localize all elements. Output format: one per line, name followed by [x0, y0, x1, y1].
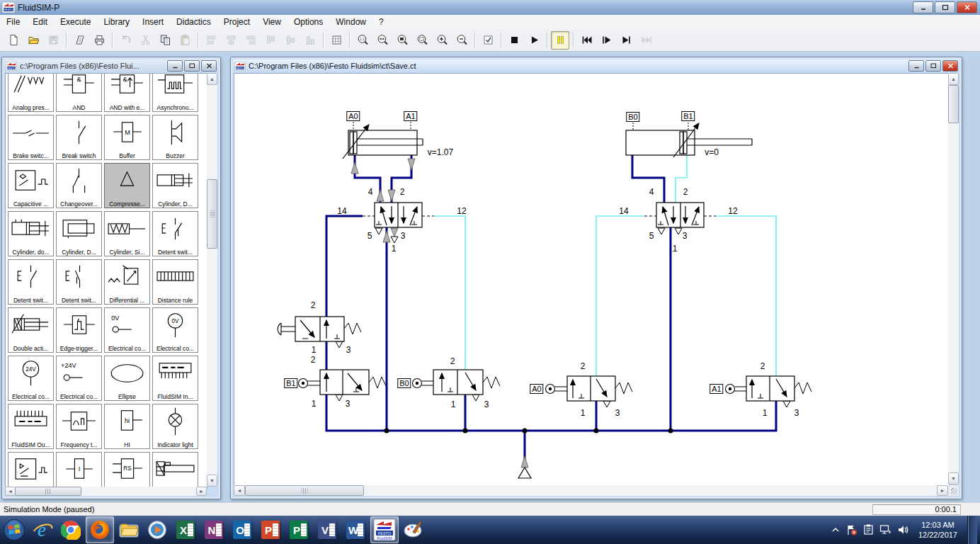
show-desktop-button[interactable] — [967, 516, 977, 544]
reset-button[interactable] — [577, 31, 596, 50]
library-item-capacitive-sensor[interactable]: Capacitive ... — [8, 163, 54, 208]
menu-view[interactable]: View — [256, 16, 287, 28]
copy-button[interactable] — [156, 31, 174, 50]
library-item-cylinder-double-acting[interactable]: Cylinder, do... — [8, 211, 54, 256]
library-scroll-thumb[interactable] — [207, 179, 217, 249]
zoom-rect-button[interactable] — [413, 31, 431, 50]
valve-a0-3-2[interactable] — [546, 376, 633, 401]
library-item-hi[interactable]: hiHI — [104, 404, 150, 449]
taskbar-item-windows-explorer[interactable] — [115, 517, 142, 543]
library-maximize-button[interactable] — [184, 60, 200, 72]
library-window-titlebar[interactable]: FESTO c:\Program Files (x86)\Festo Flui.… — [4, 60, 218, 72]
taskbar-item-paint[interactable] — [400, 517, 427, 543]
library-item-edge-trigger[interactable]: Edge-trigger... — [56, 307, 102, 353]
zoom-1-1-button[interactable]: 1:1 — [353, 31, 372, 50]
library-item-linear-drive[interactable]: Linear Drive... — [152, 452, 198, 488]
library-item-input[interactable]: IInput — [56, 452, 102, 488]
library-item-differential-pressure[interactable]: Differential ... — [104, 259, 150, 305]
taskbar-item-visio[interactable]: V — [314, 517, 341, 543]
menu-insert[interactable]: Insert — [136, 16, 170, 28]
circuit-maximize-button[interactable] — [925, 60, 941, 72]
library-close-button[interactable] — [201, 60, 217, 72]
zoom-out-button[interactable] — [452, 31, 471, 50]
library-item-detent-switch-3[interactable]: Detent swit... — [56, 259, 102, 305]
library-item-changeover-switch[interactable]: Changeover... — [56, 163, 102, 208]
library-item-electrical-connection-0v-circle[interactable]: 0VElectrical co... — [152, 307, 198, 353]
library-item-frequency-trigger[interactable]: Frequency t... — [56, 404, 102, 449]
menu-help[interactable]: ? — [372, 16, 390, 28]
scroll-up-arrow[interactable]: ▲ — [948, 73, 959, 85]
library-item-analog-pressure-sensor[interactable]: Analog pres... — [8, 73, 54, 112]
circuit-check-button[interactable] — [479, 31, 497, 50]
circuit-canvas[interactable]: A0A1v=1.07B0B1v=0421412531421412531213B1… — [234, 73, 950, 486]
library-item-double-acting-cylinder[interactable]: Double acti... — [8, 307, 54, 353]
library-item-brake-switch[interactable]: Brake switc... — [8, 115, 54, 160]
taskbar-item-excel[interactable]: X — [172, 517, 199, 543]
library-item-buzzer[interactable]: Buzzer — [152, 115, 198, 160]
taskbar-item-word[interactable]: W — [342, 517, 369, 543]
menu-options[interactable]: Options — [287, 16, 329, 28]
taskbar-item-chrome[interactable] — [57, 517, 84, 543]
library-item-distance-rule[interactable]: Distance rule — [152, 259, 198, 305]
scroll-down-arrow[interactable]: ▼ — [207, 475, 217, 487]
scroll-left-arrow[interactable]: ◄ — [234, 485, 245, 496]
circuit-hscroll-thumb[interactable] — [245, 485, 364, 496]
valve-a1-3-2[interactable] — [726, 376, 812, 401]
stop-button[interactable] — [505, 31, 523, 50]
library-item-electrical-connection-24v-circle[interactable]: 24VElectrical co... — [8, 356, 54, 401]
sim-to-change-button[interactable] — [617, 31, 635, 50]
tray-expand-icon[interactable] — [831, 526, 840, 533]
library-item-asynchronous-counter[interactable]: Asynchrono... — [152, 73, 198, 112]
action-center-flag-icon[interactable] — [845, 524, 858, 536]
library-vertical-scrollbar[interactable]: ▲ ▼ — [207, 73, 217, 487]
circuit-minimize-button[interactable] — [908, 60, 924, 72]
valve-b-5-2[interactable] — [656, 203, 704, 227]
library-item-indicator-light[interactable]: Indicator light — [152, 404, 198, 449]
zoom-in-button[interactable] — [433, 31, 451, 50]
taskbar-item-internet-explorer[interactable]: e — [29, 517, 56, 543]
scroll-up-arrow[interactable]: ▲ — [207, 73, 217, 85]
taskbar-item-firefox[interactable] — [86, 516, 114, 543]
app-maximize-button[interactable] — [935, 1, 955, 13]
circuit-close-button[interactable] — [942, 60, 958, 72]
library-item-fluidsim-output[interactable]: FluidSIM Ou... — [8, 404, 54, 449]
open-button[interactable] — [24, 31, 42, 50]
circuit-window-titlebar[interactable]: FESTO C:\Program Files (x86)\Festo Fluid… — [233, 60, 959, 72]
taskbar-start-button[interactable] — [1, 517, 28, 543]
circuit-horizontal-scrollbar[interactable]: ◄ ► — [234, 485, 948, 496]
scroll-right-arrow[interactable]: ► — [196, 487, 207, 496]
menu-project[interactable]: Project — [217, 16, 256, 28]
app-close-button[interactable] — [957, 1, 977, 13]
circuit-vscroll-thumb[interactable] — [948, 85, 959, 123]
library-item-inductive-proximity[interactable]: Inductive pr... — [8, 452, 54, 488]
clipboard-tray-icon[interactable] — [863, 524, 874, 536]
valve-a-5-2[interactable] — [375, 203, 422, 227]
valve-b1-3-2[interactable] — [299, 370, 387, 395]
library-item-and-gate[interactable]: &AND — [56, 73, 102, 112]
compressed-air-supply[interactable] — [518, 468, 531, 478]
valve-b0-3-2[interactable] — [413, 370, 501, 395]
scroll-left-arrow[interactable]: ◄ — [5, 487, 16, 496]
library-item-and-edge[interactable]: &AND with e... — [104, 73, 150, 112]
library-item-ellipse[interactable]: Ellipse — [104, 356, 150, 401]
taskbar-item-onenote[interactable]: N — [200, 517, 227, 543]
menu-file[interactable]: File — [0, 16, 26, 28]
library-horizontal-scrollbar[interactable]: ◄ ► — [5, 487, 207, 496]
pause-button[interactable] — [551, 31, 569, 50]
menu-execute[interactable]: Execute — [54, 16, 97, 28]
taskbar-item-fluidsim[interactable]: FESTOFluidSIM — [370, 516, 399, 543]
circuit-vertical-scrollbar[interactable]: ▲ ▼ — [948, 73, 959, 484]
print-button[interactable] — [90, 31, 108, 50]
play-button[interactable] — [525, 31, 543, 50]
taskbar-item-media-player[interactable] — [144, 517, 171, 543]
library-item-cylinder-nested[interactable]: Cylinder, D... — [56, 211, 102, 256]
new-button[interactable] — [4, 31, 23, 50]
library-item-detent-switch-2[interactable]: Detent swit... — [8, 259, 54, 305]
zoom-width-button[interactable] — [373, 31, 392, 50]
library-minimize-button[interactable] — [167, 60, 183, 72]
library-item-detent-switch[interactable]: Detent swit... — [152, 211, 198, 256]
library-item-cylinder-double[interactable]: Cylinder, D... — [152, 163, 198, 208]
library-hscroll-thumb[interactable] — [15, 487, 81, 496]
cylinder-a[interactable] — [343, 125, 423, 159]
print-preview-button[interactable] — [70, 31, 89, 50]
